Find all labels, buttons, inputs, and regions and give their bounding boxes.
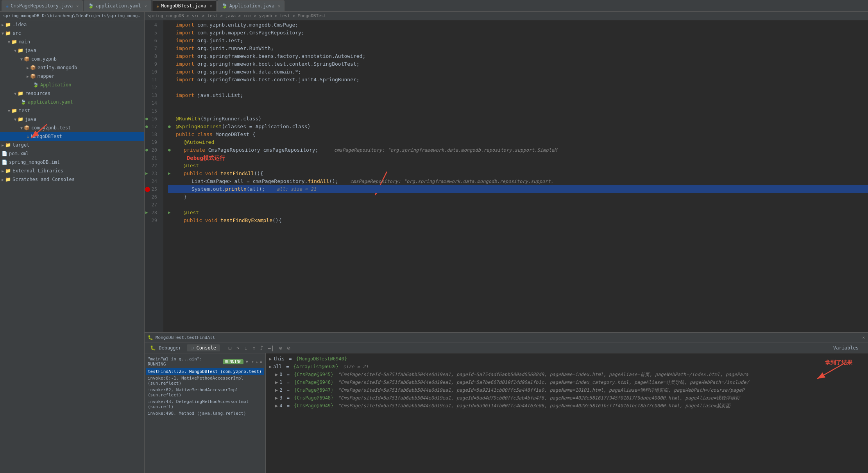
step-into-icon[interactable]: ↓ (243, 344, 249, 352)
var-line-all[interactable]: ▶ all = {ArrayList@6939} size = 21 (269, 363, 865, 371)
tab-close-icon[interactable]: ✕ (145, 4, 147, 8)
step-over-icon[interactable]: ↷ (235, 344, 241, 352)
tree-label: resources (25, 91, 50, 96)
tree-label: spring_mongoDB.iml (9, 159, 60, 165)
tab-mongodb-test[interactable]: ☕ MongoDBTest.java ✕ (152, 0, 217, 11)
tab-application-java[interactable]: 🍃 Application.java ✕ (217, 0, 285, 11)
bottom-tabs-bar: 🐛 Debugger ⊞ Console ⊞ ↷ ↓ ↑ ⤴ →| ⊗ ⊘ (145, 342, 868, 353)
run-to-cursor-icon[interactable]: →| (267, 344, 276, 352)
chevron-right-icon: ▶ (27, 66, 29, 70)
var-line-4[interactable]: ▶ 4 = {CmsPage@6949} "CmsPage(siteId=5a7… (269, 402, 865, 410)
debug-frame-4[interactable]: invoke:498, Method (java.lang.reflect) (146, 410, 264, 417)
var-line-0[interactable]: ▶ 0 = {CmsPage@6945} "CmsPage(siteId=5a7… (269, 371, 865, 378)
tree-item-resources[interactable]: ▼ 📁 resources (0, 89, 144, 98)
tree-item-external-libs[interactable]: ▶ 📁 External Libraries (0, 167, 144, 175)
java-test-file-icon: ☕ (27, 134, 29, 139)
folder-icon: 📁 (5, 30, 11, 36)
tree-item-test[interactable]: ▼ 📁 test (0, 106, 144, 115)
xml-file-icon: 📄 (2, 151, 7, 156)
tree-item-target[interactable]: ▶ 📁 target (0, 141, 144, 149)
tree-item-application-yaml[interactable]: 🍃 application.yaml (0, 98, 144, 106)
mute-icon[interactable]: ⊘ (286, 344, 291, 352)
code-line-9: import org.springframework.boot.test.con… (168, 60, 868, 68)
variables-panel: 拿到了结果 ▶ this = {MongoDBTest@6940} ▶ all … (266, 353, 868, 473)
code-line-17: ● @SpringBootTest(classes = Application.… (168, 123, 868, 131)
tab-close-icon[interactable]: ✕ (278, 4, 280, 8)
thread-selector[interactable]: "main"@1 in g...ain": RUNNING RUNNING ▼ … (146, 355, 264, 368)
tab-application-yaml[interactable]: 🍃 application.yaml ✕ (84, 0, 151, 11)
debug-frame-1[interactable]: invoke:0:-1, NativeMethodAccessorImpl (s… (146, 375, 264, 387)
var-line-3[interactable]: ▶ 3 = {CmsPage@6948} "CmsPage(siteId=5a7… (269, 394, 865, 402)
tab-console[interactable]: ⊞ Console (187, 344, 220, 351)
tree-item-idea[interactable]: ▶ 📁 .idea (0, 20, 144, 29)
code-line-10: import org.springframework.data.domain.*… (168, 68, 868, 76)
folder-icon: 📁 (5, 177, 11, 182)
step-out-icon[interactable]: ↑ (251, 344, 256, 352)
tab-cms-page-repo[interactable]: ☕ CmsPageRepository.java ✕ (2, 0, 83, 11)
code-line-24: List<CmsPage> all = cmsPageRepository.fi… (168, 177, 868, 185)
chevron-right-icon: ▶ (27, 74, 29, 79)
tabs-bar: ☕ CmsPageRepository.java ✕ 🍃 application… (0, 0, 868, 12)
chevron-right-icon: ▶ (2, 23, 4, 27)
debug-run-annotation: Debug模式运行 (187, 154, 225, 162)
tree-label: Application (40, 82, 71, 88)
debug-frame-0[interactable]: testFindAll:25, MongoDBTest (com.yzpnb.t… (146, 368, 264, 375)
package-icon: 📦 (30, 73, 36, 79)
tree-item-entity-mongodb[interactable]: ▶ 📦 entity.mongodb (0, 63, 144, 72)
tree-item-main-java[interactable]: ▼ 📁 java (0, 46, 144, 55)
code-line-29: public void testFindByExample(){ (168, 217, 868, 224)
code-content: import com.yzpnb.entity.mongodb.CmsPage;… (163, 20, 868, 332)
tree-item-main[interactable]: ▼ 📁 main (0, 38, 144, 46)
bottom-panel-name: MongoDBTest.testFindAll (156, 335, 215, 340)
tab-label: Application.java (229, 3, 275, 9)
tree-item-com-yzpnb-test[interactable]: ▼ 📦 com.yzpnb.test (0, 124, 144, 132)
var-line-this[interactable]: ▶ this = {MongoDBTest@6940} (269, 355, 865, 363)
filter-icon[interactable]: ⚙ (260, 359, 262, 364)
tree-item-src[interactable]: ▼ 📁 src (0, 29, 144, 38)
project-sidebar: spring_mongoDB D:\biancheng\IdeaProjects… (0, 12, 145, 473)
debug-frame-3[interactable]: invoke:43, DelegatingMethodAccessorImpl … (146, 398, 264, 410)
tree-item-pom-xml[interactable]: 📄 pom.xml (0, 149, 144, 158)
var-line-2[interactable]: ▶ 2 = {CmsPage@6947} "CmsPage(siteId=5a7… (269, 386, 865, 394)
tab-close-icon[interactable]: ✕ (210, 4, 212, 8)
tree-label: External Libraries (13, 168, 63, 174)
tree-item-mongodb-test[interactable]: ☕ MongoDBTest (0, 132, 144, 141)
variables-label: Variables (833, 345, 859, 351)
down-arrow-icon[interactable]: ↓ (256, 359, 258, 364)
view-breakpoints-icon[interactable]: ⊗ (278, 344, 283, 352)
up-arrow-icon[interactable]: ↑ (251, 359, 254, 364)
code-line-15 (168, 107, 868, 115)
tab-label: CmsPageRepository.java (11, 3, 73, 9)
code-line-21: Debug模式运行 (168, 154, 868, 162)
tree-item-scratches[interactable]: ▶ 📁 Scratches and Consoles (0, 175, 144, 184)
tree-item-com-yzpnb[interactable]: ▼ 📦 com.yzpnb (0, 55, 144, 63)
tree-label: java (25, 48, 36, 53)
tab-label: Console (197, 345, 217, 351)
code-line-4: import com.yzpnb.entity.mongodb.CmsPage; (168, 21, 868, 29)
restore-icon[interactable]: ⊞ (227, 344, 233, 352)
tree-label: MongoDBTest (31, 134, 62, 139)
tree-label: target (13, 142, 29, 148)
got-result-annotation: 拿到了结果 (805, 361, 852, 386)
tree-item-test-java[interactable]: ▼ 📁 java (0, 115, 144, 124)
tree-label: src (13, 30, 21, 36)
console-icon: ⊞ (191, 345, 193, 351)
var-line-1[interactable]: ▶ 1 = {CmsPage@6946} "CmsPage(siteId=5a7… (269, 378, 865, 386)
tree-item-application[interactable]: 🍃 Application (0, 81, 144, 89)
tree-item-mapper[interactable]: ▶ 📦 mapper (0, 72, 144, 81)
code-line-23: ▶ public void testFindAll(){ (168, 170, 868, 177)
tree-item-spring-iml[interactable]: 📄 spring_mongoDB.iml (0, 158, 144, 167)
code-line-20: ● private CmsPageRepository cmsPageRepos… (168, 146, 868, 154)
code-line-12 (168, 84, 868, 91)
step-up-icon[interactable]: ⤴ (259, 344, 264, 352)
chevron-down-icon: ▼ (14, 117, 16, 122)
tab-close-icon[interactable]: ✕ (76, 4, 79, 8)
debug-frame-2[interactable]: invoke:62, NativeMethodAccessorImpl (sun… (146, 387, 264, 398)
chevron-right-icon: ▶ (2, 177, 4, 182)
code-line-18: public class MongoDBTest { (168, 131, 868, 138)
folder-icon: 📁 (5, 168, 11, 174)
tree-label: main (19, 39, 30, 45)
yaml-file-icon: 🍃 (88, 3, 94, 9)
close-bottom-icon[interactable]: ✕ (862, 335, 865, 340)
tab-debugger[interactable]: 🐛 Debugger (146, 344, 185, 351)
